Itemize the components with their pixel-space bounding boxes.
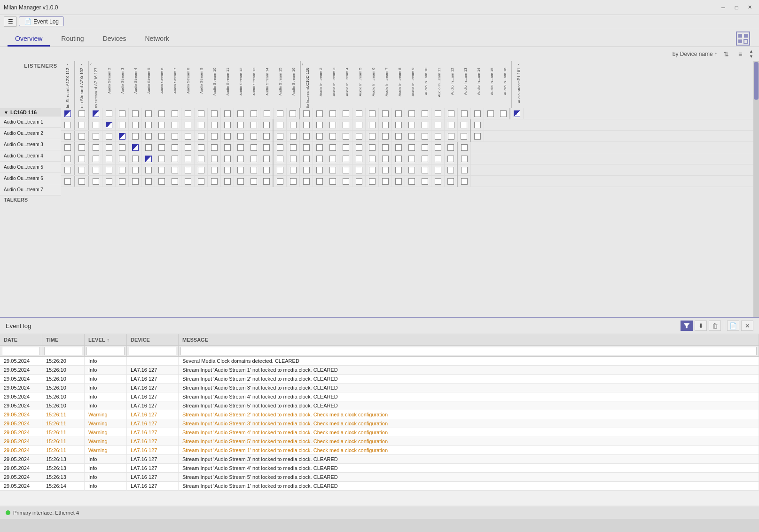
scroll-arrows[interactable]: ▲ ▼ bbox=[749, 49, 753, 59]
cell[interactable] bbox=[102, 153, 116, 164]
cell[interactable] bbox=[263, 167, 270, 173]
cell[interactable] bbox=[102, 176, 116, 187]
cell[interactable] bbox=[75, 108, 88, 119]
cell[interactable] bbox=[356, 156, 362, 162]
cell[interactable] bbox=[447, 178, 454, 185]
cell[interactable] bbox=[343, 167, 349, 173]
el-download-button[interactable]: ⬇ bbox=[695, 321, 707, 331]
cell[interactable] bbox=[145, 178, 152, 185]
cell[interactable] bbox=[185, 167, 191, 173]
cell[interactable] bbox=[313, 108, 326, 119]
cell[interactable] bbox=[237, 122, 244, 128]
cell[interactable] bbox=[445, 119, 458, 131]
cell[interactable] bbox=[168, 164, 181, 176]
cell[interactable] bbox=[211, 133, 218, 140]
cell[interactable] bbox=[287, 164, 300, 176]
cell[interactable] bbox=[185, 122, 191, 128]
checked-cell[interactable] bbox=[145, 156, 152, 162]
cell[interactable] bbox=[339, 164, 352, 176]
cell[interactable] bbox=[78, 167, 85, 173]
cell[interactable] bbox=[326, 142, 339, 153]
cell[interactable] bbox=[392, 176, 405, 187]
cell[interactable] bbox=[366, 176, 379, 187]
cell[interactable] bbox=[392, 142, 405, 153]
cell[interactable] bbox=[329, 156, 336, 162]
close-button[interactable]: ✕ bbox=[744, 3, 755, 12]
cell[interactable] bbox=[356, 110, 362, 117]
cell[interactable] bbox=[221, 164, 234, 176]
cell[interactable] bbox=[260, 108, 274, 119]
cell[interactable] bbox=[181, 142, 195, 153]
cell[interactable] bbox=[458, 131, 471, 142]
col-header-device[interactable]: DEVICE bbox=[127, 334, 179, 345]
cell[interactable] bbox=[172, 144, 178, 151]
checked-cell[interactable] bbox=[132, 144, 139, 151]
cell[interactable] bbox=[458, 176, 471, 187]
cell[interactable] bbox=[106, 167, 112, 173]
cell[interactable] bbox=[106, 156, 112, 162]
cell[interactable] bbox=[64, 144, 71, 151]
cell[interactable] bbox=[316, 156, 323, 162]
cell[interactable] bbox=[181, 119, 195, 131]
cell[interactable] bbox=[106, 144, 112, 151]
cell[interactable] bbox=[290, 144, 297, 151]
cell[interactable] bbox=[313, 176, 326, 187]
cell[interactable] bbox=[510, 108, 524, 119]
el-filter-button[interactable] bbox=[681, 321, 693, 331]
cell[interactable] bbox=[445, 108, 458, 119]
cell[interactable] bbox=[369, 122, 376, 128]
cell[interactable] bbox=[431, 108, 445, 119]
cell[interactable] bbox=[64, 167, 71, 173]
cell[interactable] bbox=[195, 142, 208, 153]
cell[interactable] bbox=[119, 144, 125, 151]
cell[interactable] bbox=[195, 164, 208, 176]
cell[interactable] bbox=[379, 108, 392, 119]
cell[interactable] bbox=[352, 164, 366, 176]
cell[interactable] bbox=[447, 167, 454, 173]
cell[interactable] bbox=[356, 144, 362, 151]
cell[interactable] bbox=[185, 178, 191, 185]
cell[interactable] bbox=[158, 167, 165, 173]
cell[interactable] bbox=[405, 119, 418, 131]
cell[interactable] bbox=[158, 133, 165, 140]
cell[interactable] bbox=[435, 110, 441, 117]
cell[interactable] bbox=[366, 131, 379, 142]
checked-cell[interactable] bbox=[93, 110, 99, 117]
cell[interactable] bbox=[61, 176, 74, 187]
cell[interactable] bbox=[195, 153, 208, 164]
cell[interactable] bbox=[458, 108, 471, 119]
cell[interactable] bbox=[168, 108, 181, 119]
cell[interactable] bbox=[352, 153, 366, 164]
cell[interactable] bbox=[250, 133, 257, 140]
cell[interactable] bbox=[356, 167, 362, 173]
cell[interactable] bbox=[303, 144, 310, 151]
cell[interactable] bbox=[211, 156, 218, 162]
cell[interactable] bbox=[343, 122, 349, 128]
cell[interactable] bbox=[145, 122, 152, 128]
cell[interactable] bbox=[158, 110, 165, 117]
cell[interactable] bbox=[329, 178, 336, 185]
cell[interactable] bbox=[316, 133, 323, 140]
cell[interactable] bbox=[142, 142, 155, 153]
cell[interactable] bbox=[172, 133, 178, 140]
cell[interactable] bbox=[75, 142, 88, 153]
cell[interactable] bbox=[142, 164, 155, 176]
cell[interactable] bbox=[343, 156, 349, 162]
cell[interactable] bbox=[316, 178, 323, 185]
cell[interactable] bbox=[487, 110, 494, 117]
cell[interactable] bbox=[93, 167, 99, 173]
cell[interactable] bbox=[461, 156, 468, 162]
cell[interactable] bbox=[247, 108, 260, 119]
cell[interactable] bbox=[185, 156, 191, 162]
cell[interactable] bbox=[168, 142, 181, 153]
cell[interactable] bbox=[369, 133, 376, 140]
filter-date-input[interactable] bbox=[2, 347, 40, 355]
cell[interactable] bbox=[422, 133, 428, 140]
cell[interactable] bbox=[474, 122, 481, 128]
cell[interactable] bbox=[158, 144, 165, 151]
cell[interactable] bbox=[435, 144, 441, 151]
cell[interactable] bbox=[119, 178, 125, 185]
cell[interactable] bbox=[448, 133, 454, 140]
checked-cell[interactable] bbox=[106, 122, 112, 128]
cell[interactable] bbox=[250, 110, 257, 117]
